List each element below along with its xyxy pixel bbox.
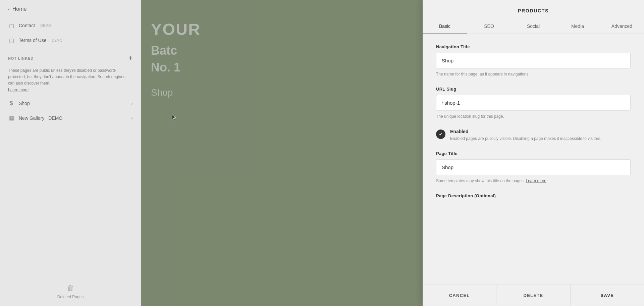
contact-label: Contact <box>19 23 35 28</box>
sidebar-item-terms[interactable]: ▢ Terms of Use DEMO <box>0 33 141 48</box>
modal-panel: PRODUCTS Basic SEO Social Media Advanced… <box>423 0 644 306</box>
nav-title-label: Navigation Title <box>436 44 631 49</box>
add-page-button[interactable]: + <box>128 54 133 62</box>
url-slug-hint: The unique location slug for this page. <box>436 113 631 119</box>
url-slug-group: URL Slug / shop-1 The unique location sl… <box>436 87 631 119</box>
url-slug-label: URL Slug <box>436 87 631 92</box>
demo-badge-3: DEMO <box>48 115 62 121</box>
modal-tabs: Basic SEO Social Media Advanced <box>423 19 644 34</box>
url-slug-value: shop-1 <box>444 100 460 106</box>
nav-title-hint: The name for this page, as it appears in… <box>436 71 631 77</box>
deleted-pages-label: Deleted Pages <box>57 295 84 299</box>
enabled-label: Enabled <box>450 129 601 134</box>
deleted-pages-section: 🗑 Deleted Pages <box>0 274 141 306</box>
sidebar: ‹ Home ▢ Contact DEMO ▢ Terms of Use DEM… <box>0 0 141 306</box>
tab-basic[interactable]: Basic <box>423 19 467 34</box>
delete-button[interactable]: DELETE <box>496 285 570 306</box>
page-title-label: Page Title <box>436 151 631 156</box>
page-title-group: Page Title Some templates may show this … <box>436 151 631 184</box>
url-input-wrapper[interactable]: / shop-1 <box>436 95 631 111</box>
enabled-checkbox[interactable]: ✓ <box>436 130 445 139</box>
save-button[interactable]: SAVE <box>571 285 644 306</box>
page-desc-group: Page Description (Optional) <box>436 193 631 198</box>
chevron-right-icon-2: › <box>131 115 133 121</box>
enabled-row: ✓ Enabled Enabled pages are publicly vis… <box>436 129 631 142</box>
sidebar-home[interactable]: ‹ Home <box>0 0 141 18</box>
not-linked-label: NOT LINKED <box>8 56 34 60</box>
page-title-learn-more[interactable]: Learn more <box>526 178 546 183</box>
modal-header: PRODUCTS Basic SEO Social Media Advanced <box>423 0 644 34</box>
not-linked-description: These pages are public unless they're di… <box>0 65 141 96</box>
tab-media[interactable]: Media <box>555 19 600 34</box>
modal-body: Navigation Title The name for this page,… <box>423 34 644 285</box>
demo-badge: DEMO <box>40 24 51 28</box>
nav-title-input[interactable] <box>436 53 631 68</box>
url-prefix: / <box>442 100 443 106</box>
page-desc-label: Page Description (Optional) <box>436 193 631 198</box>
tab-social[interactable]: Social <box>511 19 555 34</box>
page-title-hint: Some templates may show this title on th… <box>436 178 631 184</box>
shop-label: Shop <box>19 101 30 106</box>
page-icon-2: ▢ <box>8 37 15 44</box>
terms-label: Terms of Use <box>19 38 46 43</box>
modal-title: PRODUCTS <box>423 8 644 13</box>
gallery-icon: ▦ <box>8 115 15 121</box>
sidebar-item-contact[interactable]: ▢ Contact DEMO <box>0 18 141 33</box>
learn-more-link[interactable]: Learn more <box>8 88 29 92</box>
chevron-right-icon: › <box>131 101 133 106</box>
home-label: Home <box>12 6 27 12</box>
page-icon: ▢ <box>8 22 15 29</box>
shop-icon: $ <box>8 100 15 107</box>
checkmark-icon: ✓ <box>439 132 443 137</box>
tab-advanced[interactable]: Advanced <box>600 19 644 34</box>
tab-seo[interactable]: SEO <box>467 19 511 34</box>
enabled-desc: Enabled pages are publicly visible. Disa… <box>450 136 601 142</box>
trash-icon: 🗑 <box>67 284 74 293</box>
sidebar-item-gallery[interactable]: ▦ New Gallery DEMO › <box>0 111 141 125</box>
cancel-button[interactable]: CANCEL <box>423 285 496 306</box>
back-icon: ‹ <box>8 6 10 12</box>
not-linked-header: NOT LINKED + <box>0 48 141 65</box>
gallery-label: New Gallery <box>19 115 44 121</box>
sidebar-item-shop[interactable]: $ Shop › <box>0 96 141 111</box>
page-title-input[interactable] <box>436 159 631 175</box>
nav-title-group: Navigation Title The name for this page,… <box>436 44 631 77</box>
modal-footer: CANCEL DELETE SAVE <box>423 285 644 306</box>
demo-badge-2: DEMO <box>52 39 62 42</box>
